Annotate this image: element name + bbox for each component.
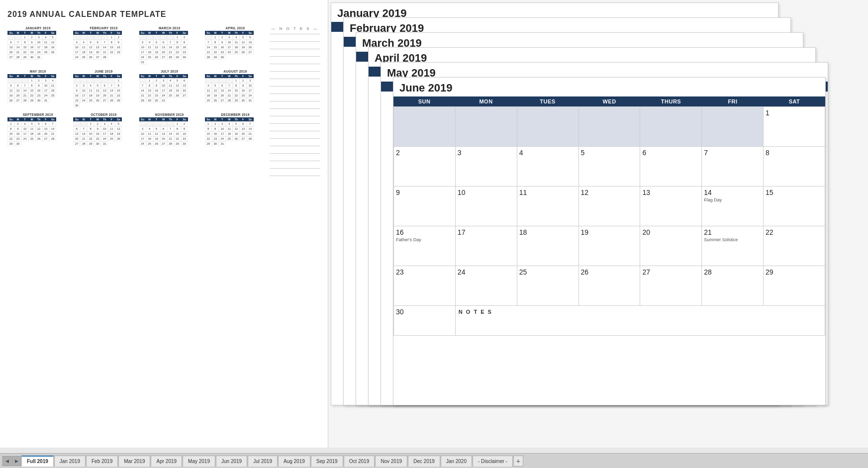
tab---disclaimer--[interactable]: - Disclaimer - bbox=[473, 456, 513, 467]
mini-cal-day[interactable]: 25 bbox=[28, 136, 35, 141]
mini-cal-day[interactable]: 21 bbox=[247, 131, 254, 136]
mini-cal-day[interactable]: 21 bbox=[21, 93, 28, 98]
mini-cal-day[interactable]: 28 bbox=[167, 55, 174, 60]
mini-cal-day[interactable]: 2 bbox=[73, 83, 80, 88]
mini-cal-day[interactable]: 4 bbox=[42, 35, 49, 40]
mini-cal-day[interactable]: 19 bbox=[87, 50, 94, 55]
mini-cal-day[interactable]: 29 bbox=[233, 98, 240, 103]
mini-cal-day[interactable]: 17 bbox=[219, 131, 226, 136]
mini-cal-day[interactable]: 5 bbox=[233, 121, 240, 126]
mini-cal-day[interactable]: 27 bbox=[247, 50, 254, 55]
mini-cal-day[interactable]: 3 bbox=[21, 121, 28, 126]
mini-cal-day[interactable]: 10 bbox=[160, 83, 167, 88]
mini-cal-day[interactable]: 6 bbox=[7, 40, 14, 45]
mini-cal-day[interactable]: 25 bbox=[108, 136, 115, 141]
tab-jul-2019[interactable]: Jul 2019 bbox=[248, 456, 278, 467]
mini-cal-day[interactable]: 4 bbox=[108, 121, 115, 126]
mini-cal-day[interactable]: 15 bbox=[7, 131, 14, 136]
mini-cal-day[interactable]: 3 bbox=[247, 78, 254, 83]
mini-cal-day[interactable]: 4 bbox=[80, 40, 87, 45]
mini-cal-day[interactable]: 30 bbox=[181, 141, 188, 146]
tab-mar-2019[interactable]: Mar 2019 bbox=[118, 456, 150, 467]
mini-cal-day[interactable]: 9 bbox=[115, 40, 122, 45]
mini-cal-day[interactable]: 3 bbox=[226, 35, 233, 40]
mini-cal-day[interactable]: 19 bbox=[153, 50, 160, 55]
mini-cal-day[interactable]: 20 bbox=[160, 136, 167, 141]
mini-cal-day[interactable]: 28 bbox=[21, 98, 28, 103]
mini-cal-day[interactable]: 25 bbox=[167, 93, 174, 98]
mini-cal-day[interactable]: 5 bbox=[94, 83, 101, 88]
june-day-cell[interactable]: 3 bbox=[455, 147, 517, 187]
mini-cal-day[interactable]: 4 bbox=[146, 40, 153, 45]
mini-cal-day[interactable]: 8 bbox=[21, 40, 28, 45]
mini-cal-day[interactable]: 16 bbox=[181, 131, 188, 136]
june-day-30[interactable]: 30 bbox=[394, 306, 456, 336]
mini-cal-day[interactable]: 22 bbox=[115, 93, 122, 98]
mini-cal-day[interactable]: 1 bbox=[115, 78, 122, 83]
mini-cal-day[interactable]: 8 bbox=[87, 126, 94, 131]
mini-cal-day[interactable]: 17 bbox=[226, 45, 233, 50]
mini-cal-day[interactable]: 20 bbox=[160, 50, 167, 55]
mini-cal-day[interactable]: 29 bbox=[87, 141, 94, 146]
mini-cal-day[interactable]: 4 bbox=[49, 78, 56, 83]
mini-cal-day[interactable]: 25 bbox=[205, 98, 212, 103]
june-day-cell[interactable]: 16Father's Day bbox=[394, 226, 456, 266]
tab-aug-2019[interactable]: Aug 2019 bbox=[278, 456, 310, 467]
mini-cal-day[interactable]: 25 bbox=[146, 55, 153, 60]
mini-cal-day[interactable]: 17 bbox=[160, 88, 167, 93]
tab-scroll-left[interactable]: ◀ bbox=[2, 456, 11, 466]
mini-cal-day[interactable]: 14 bbox=[139, 88, 146, 93]
june-day-cell[interactable]: 19 bbox=[579, 226, 640, 266]
june-day-cell[interactable]: 1 bbox=[764, 107, 825, 147]
mini-cal-day[interactable]: 19 bbox=[153, 136, 160, 141]
mini-cal-day[interactable]: 20 bbox=[240, 131, 247, 136]
mini-cal-day[interactable]: 7 bbox=[139, 83, 146, 88]
mini-cal-day[interactable]: 1 bbox=[7, 121, 14, 126]
mini-cal-day[interactable]: 5 bbox=[174, 78, 181, 83]
june-day-cell[interactable]: 23 bbox=[394, 266, 456, 306]
june-day-cell[interactable]: 25 bbox=[517, 266, 579, 306]
mini-cal-day[interactable]: 10 bbox=[139, 131, 146, 136]
mini-cal-day[interactable]: 20 bbox=[42, 131, 49, 136]
mini-cal-day[interactable]: 13 bbox=[160, 45, 167, 50]
mini-cal-day[interactable]: 30 bbox=[240, 98, 247, 103]
mini-cal-day[interactable]: 16 bbox=[219, 45, 226, 50]
mini-cal-day[interactable]: 26 bbox=[174, 93, 181, 98]
mini-cal-day[interactable]: 18 bbox=[28, 131, 35, 136]
mini-cal-day[interactable]: 1 bbox=[146, 78, 153, 83]
mini-cal-day[interactable]: 12 bbox=[153, 45, 160, 50]
tab-may-2019[interactable]: May 2019 bbox=[183, 456, 215, 467]
mini-cal-day[interactable]: 4 bbox=[226, 121, 233, 126]
mini-cal-day[interactable]: 7 bbox=[247, 121, 254, 126]
mini-cal-day[interactable]: 22 bbox=[28, 93, 35, 98]
mini-cal-day[interactable]: 9 bbox=[28, 40, 35, 45]
mini-cal-day[interactable]: 18 bbox=[146, 136, 153, 141]
mini-cal-day[interactable]: 8 bbox=[174, 40, 181, 45]
mini-cal-day[interactable]: 22 bbox=[108, 50, 115, 55]
mini-cal-day[interactable]: 29 bbox=[28, 98, 35, 103]
mini-cal-day[interactable]: 3 bbox=[42, 78, 49, 83]
mini-cal-day[interactable]: 1 bbox=[212, 35, 219, 40]
mini-cal-day[interactable]: 22 bbox=[174, 50, 181, 55]
mini-cal-day[interactable]: 5 bbox=[212, 83, 219, 88]
mini-cal-day[interactable]: 22 bbox=[21, 50, 28, 55]
mini-cal-day[interactable]: 17 bbox=[80, 93, 87, 98]
june-day-cell[interactable]: 12 bbox=[579, 187, 640, 226]
mini-cal-day[interactable]: 4 bbox=[87, 83, 94, 88]
june-day-cell[interactable]: 9 bbox=[394, 187, 456, 226]
mini-cal-day[interactable]: 22 bbox=[205, 136, 212, 141]
mini-cal-day[interactable]: 13 bbox=[240, 126, 247, 131]
mini-cal-day[interactable]: 27 bbox=[219, 98, 226, 103]
mini-cal-day[interactable]: 5 bbox=[35, 121, 42, 126]
mini-cal-day[interactable]: 6 bbox=[240, 121, 247, 126]
mini-cal-day[interactable]: 18 bbox=[205, 93, 212, 98]
mini-cal-day[interactable]: 15 bbox=[233, 88, 240, 93]
mini-cal-day[interactable]: 10 bbox=[247, 83, 254, 88]
mini-cal-day[interactable]: 2 bbox=[115, 35, 122, 40]
mini-cal-day[interactable]: 28 bbox=[101, 55, 108, 60]
mini-cal-day[interactable]: 19 bbox=[115, 131, 122, 136]
mini-cal-day[interactable]: 26 bbox=[35, 136, 42, 141]
june-day-cell[interactable]: 2 bbox=[394, 147, 456, 187]
mini-cal-day[interactable]: 11 bbox=[146, 131, 153, 136]
mini-cal-day[interactable]: 16 bbox=[212, 131, 219, 136]
